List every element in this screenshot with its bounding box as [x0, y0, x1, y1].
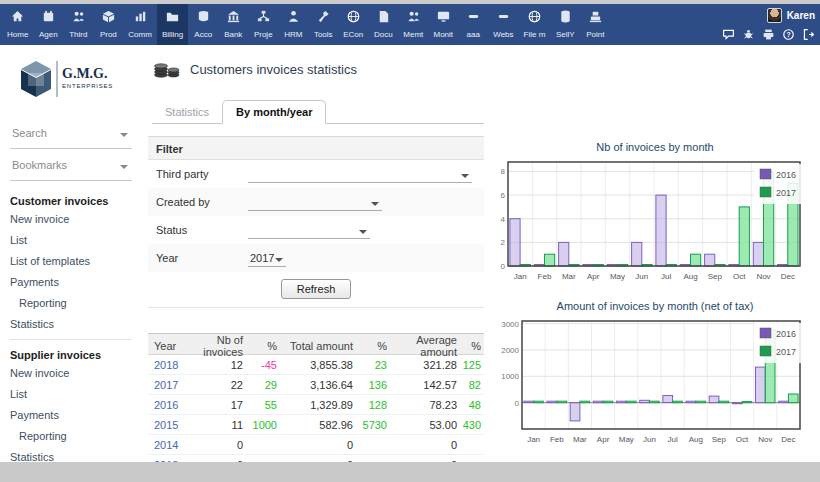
bar-chart: 02468JanFebMarAprMayJunJulAugSepOctNovDe… [492, 156, 810, 284]
company-logo[interactable]: G.M.G. ENTERPRISES [10, 57, 132, 107]
svg-text:Aug: Aug [689, 435, 703, 444]
tools-icon [316, 9, 331, 28]
sidebar-item-statistics[interactable]: Statistics [10, 451, 132, 462]
year-label: Year [156, 252, 248, 264]
svg-text:1000: 1000 [501, 372, 519, 381]
menu-item-aaa[interactable]: aaa [458, 4, 488, 45]
menu-item-proje[interactable]: Proje [248, 4, 278, 45]
tab-statistics[interactable]: Statistics [152, 101, 222, 123]
logout-icon[interactable] [802, 27, 815, 45]
chat-icon[interactable] [722, 27, 735, 45]
year-link[interactable]: 2014 [150, 439, 184, 451]
bookmarks-dropdown[interactable]: Bookmarks [10, 149, 132, 181]
year-link[interactable]: 2015 [150, 419, 184, 431]
calendar-icon [41, 9, 56, 28]
average-amount-value: 321.28 [390, 359, 460, 371]
created-by-select[interactable] [248, 194, 382, 211]
menu-item-bank[interactable]: Bank [218, 4, 248, 45]
user-area: Karen ? [722, 8, 815, 45]
sidebar-item-payments[interactable]: Payments [10, 409, 132, 421]
user-avatar[interactable] [767, 8, 782, 23]
menu-item-point[interactable]: Point [580, 4, 610, 45]
pct-value: 430 [460, 419, 484, 431]
menu-item-monit[interactable]: Monit [428, 4, 458, 45]
sidebar: G.M.G. ENTERPRISES Search Bookmarks Cust… [0, 45, 142, 462]
window-top-edge [0, 0, 820, 4]
yearly-stats-table: YearNb of invoices%Total amount%Average … [148, 333, 484, 462]
year-link[interactable]: 2016 [150, 399, 184, 411]
dash-icon [496, 9, 511, 28]
average-amount-value: 53.00 [390, 419, 460, 431]
pct-value: 1000 [246, 419, 280, 431]
svg-text:Sep: Sep [712, 435, 727, 444]
home-icon [10, 9, 25, 28]
menu-item-hrm[interactable]: HRM [278, 4, 308, 45]
table-row: 2013000 [148, 455, 484, 462]
print-icon[interactable] [762, 27, 775, 45]
help-icon[interactable]: ? [782, 27, 795, 45]
chart-title: Nb of invoices by month [490, 141, 820, 153]
total-amount-value: 0 [280, 439, 356, 451]
sidebar-item-payments[interactable]: Payments [10, 276, 132, 288]
svg-text:Dec: Dec [781, 272, 795, 281]
menu-item-webs[interactable]: Webs [488, 4, 518, 45]
menu-item-docu[interactable]: Docu [368, 4, 398, 45]
menu-item-file-m[interactable]: File m [519, 4, 551, 45]
svg-text:Feb: Feb [538, 272, 552, 281]
menu-item-memt[interactable]: Memt [398, 4, 428, 45]
sidebar-item-list[interactable]: List [10, 234, 132, 246]
globe-icon [527, 9, 542, 28]
table-row: 201617551,329.8912878.2348 [148, 395, 484, 415]
pct-value: 136 [356, 379, 390, 391]
tab-by-month-year[interactable]: By month/year [222, 100, 326, 124]
svg-text:Nov: Nov [756, 272, 770, 281]
bug-icon[interactable] [742, 27, 755, 45]
svg-text:Nov: Nov [758, 435, 772, 444]
menu-item-label: Memt [403, 30, 423, 39]
svg-text:0: 0 [501, 262, 506, 271]
status-select[interactable] [248, 222, 370, 239]
menu-item-billing[interactable]: Billing [157, 4, 188, 45]
column-header: Average amount [390, 334, 460, 358]
sidebar-item-new-invoice[interactable]: New invoice [10, 367, 132, 379]
menu-item-tools[interactable]: Tools [308, 4, 338, 45]
nav-section-title[interactable]: Customer invoices [10, 195, 132, 207]
user-menu[interactable]: Karen [767, 8, 815, 23]
year-select[interactable]: 2017 [248, 250, 286, 267]
sidebar-item-new-invoice[interactable]: New invoice [10, 213, 132, 225]
sidebar-item-list[interactable]: List [10, 388, 132, 400]
svg-text:6: 6 [501, 191, 506, 200]
menu-item-agen[interactable]: Agen [33, 4, 63, 45]
menu-item-econ[interactable]: ECon [338, 4, 368, 45]
year-link[interactable]: 2018 [150, 359, 184, 371]
people-icon [71, 9, 86, 28]
svg-text:2: 2 [501, 238, 506, 247]
menu-item-comm[interactable]: Comm [123, 4, 157, 45]
nb-invoices-value: 0 [184, 439, 246, 451]
menu-item-selly[interactable]: SellY [550, 4, 580, 45]
sidebar-item-reporting[interactable]: Reporting [19, 430, 132, 442]
svg-text:Dec: Dec [781, 435, 795, 444]
third-party-select[interactable] [248, 166, 472, 183]
menu-item-third[interactable]: Third [63, 4, 93, 45]
search-dropdown[interactable]: Search [10, 117, 132, 149]
menu-item-home[interactable]: Home [2, 4, 33, 45]
user-name[interactable]: Karen [787, 10, 815, 21]
tabs: Statistics By month/year [152, 99, 484, 124]
sidebar-item-statistics[interactable]: Statistics [10, 318, 132, 330]
sidebar-item-reporting[interactable]: Reporting [19, 297, 132, 309]
table-row: 2015111000582.96573053.00430 [148, 415, 484, 435]
sidebar-item-list-of-templates[interactable]: List of templates [10, 255, 132, 267]
svg-text:Jun: Jun [635, 272, 648, 281]
filter-header: Filter [148, 136, 484, 160]
filter-block: Filter Third party Created by Status Yea… [148, 136, 484, 308]
menu-item-prod[interactable]: Prod [93, 4, 123, 45]
year-link[interactable]: 2017 [150, 379, 184, 391]
dash-icon [466, 9, 481, 28]
menu-item-acco[interactable]: Acco [188, 4, 218, 45]
company-logo-image: G.M.G. ENTERPRISES [19, 57, 123, 107]
person-icon [286, 9, 301, 28]
nav-section-title[interactable]: Supplier invoices [10, 349, 132, 361]
refresh-button[interactable]: Refresh [281, 279, 352, 299]
menu-item-label: Webs [493, 30, 513, 39]
